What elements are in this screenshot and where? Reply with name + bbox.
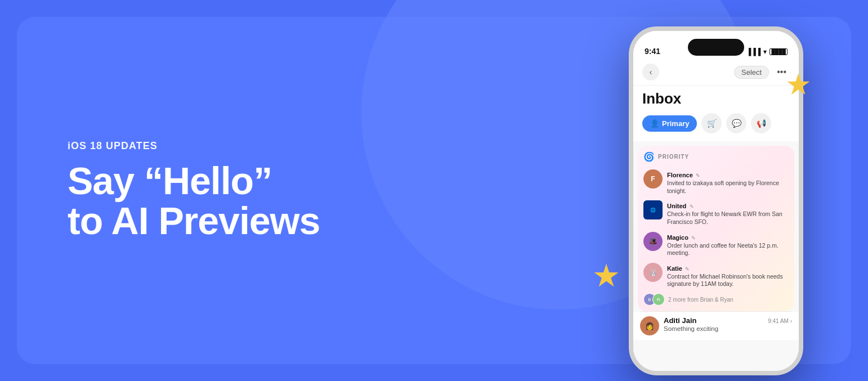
status-time: 9:41 <box>645 47 660 56</box>
email-row-content-aditi: Aditi Jain 9:41 AM › Something exciting <box>664 316 792 332</box>
left-section: iOS 18 UPDATES Say “Hello” to AI Preview… <box>0 140 598 241</box>
priority-sparkle-icon: 🌀 <box>643 151 655 162</box>
avatar-katie: 🐰 <box>643 263 663 282</box>
email-content-magico: Magico ✎ Order lunch and coffee for Neet… <box>667 232 789 257</box>
preview-aditi: Something exciting <box>664 325 792 332</box>
ai-preview-icon-3: ✎ <box>691 235 696 241</box>
email-item-florence[interactable]: F Florence ✎ Invited to izakaya soft ope… <box>643 167 789 198</box>
wifi-icon: ▾ <box>763 48 767 56</box>
megaphone-icon: 📢 <box>757 119 766 128</box>
sender-magico: Magico <box>667 234 688 241</box>
sender-florence: Florence <box>667 172 693 178</box>
preview-united: Check-in for flight to Newark EWR from S… <box>667 210 789 226</box>
dynamic-island <box>688 39 744 56</box>
sender-aditi: Aditi Jain <box>664 316 697 325</box>
email-list: 🌀 PRIORITY F Florence ✎ Invited to izaka… <box>633 141 799 371</box>
chat-icon: 💬 <box>732 119 741 128</box>
more-avatar-2: R <box>652 293 665 306</box>
preview-magico: Order lunch and coffee for Neeta's 12 p.… <box>667 242 789 257</box>
tab-row: 👤 Primary 🛒 💬 📢 <box>642 113 790 136</box>
cart-icon: 🛒 <box>707 119 717 128</box>
sender-united: United <box>667 203 686 209</box>
headline-line1: Say “Hello” <box>68 159 272 202</box>
avatar-florence: F <box>643 169 663 189</box>
email-row-aditi[interactable]: 👩 Aditi Jain 9:41 AM › Something excitin… <box>633 312 799 340</box>
back-button[interactable]: ‹ <box>642 64 659 80</box>
email-item-magico[interactable]: 🎩 Magico ✎ Order lunch and coffee for Ne… <box>643 229 789 260</box>
email-content-katie: Katie ✎ Contract for Michael Robinson's … <box>667 263 789 288</box>
email-content-florence: Florence ✎ Invited to izakaya soft openi… <box>667 169 789 195</box>
phone-frame: 9:41 ▐▐▐ ▾ ████ ‹ Select ••• <box>629 26 803 375</box>
inbox-header: Inbox 👤 Primary 🛒 💬 📢 <box>633 86 799 141</box>
preview-florence: Invited to izakaya soft opening by Flore… <box>667 180 789 195</box>
tab-chat[interactable]: 💬 <box>726 113 746 133</box>
phone-content: 9:41 ▐▐▐ ▾ ████ ‹ Select ••• <box>633 31 799 371</box>
nav-bar: ‹ Select ••• <box>633 60 799 86</box>
ai-preview-icon-4: ✎ <box>685 266 690 272</box>
phone-section: ★ ★ 9:41 ▐▐▐ ▾ ████ ‹ <box>598 0 834 381</box>
priority-label: PRIORITY <box>658 154 689 160</box>
nav-right: Select ••• <box>734 66 790 79</box>
priority-card: 🌀 PRIORITY F Florence ✎ Invited to izaka… <box>638 146 794 311</box>
email-row-top-aditi: Aditi Jain 9:41 AM › <box>664 316 792 325</box>
ai-preview-icon-2: ✎ <box>690 204 694 209</box>
inbox-title: Inbox <box>642 90 790 107</box>
more-avatars: B R <box>643 293 665 306</box>
preview-katie: Contract for Michael Robinson's book nee… <box>667 273 789 288</box>
signal-icon: ▐▐▐ <box>746 48 761 56</box>
tab-shopping[interactable]: 🛒 <box>701 113 722 133</box>
ai-preview-icon-1: ✎ <box>696 173 700 178</box>
priority-header: 🌀 PRIORITY <box>643 151 789 162</box>
person-icon: 👤 <box>650 119 659 128</box>
email-item-united[interactable]: 🌐 United ✎ Check-in for flight to Newark… <box>643 198 789 228</box>
email-content-united: United ✎ Check-in for flight to Newark E… <box>667 200 789 226</box>
time-aditi: 9:41 AM › <box>768 318 792 324</box>
avatar-magico: 🎩 <box>643 232 663 251</box>
email-item-katie[interactable]: 🐰 Katie ✎ Contract for Michael Robinson'… <box>643 260 789 291</box>
select-button[interactable]: Select <box>734 66 769 79</box>
star-mid-left: ★ <box>592 257 620 294</box>
tab-primary[interactable]: 👤 Primary <box>642 115 697 132</box>
more-text: 2 more from Brian & Ryan <box>668 297 733 303</box>
ios-label: iOS 18 UPDATES <box>68 140 598 152</box>
avatar-aditi: 👩 <box>640 316 659 335</box>
tab-promo[interactable]: 📢 <box>751 113 771 133</box>
avatar-united: 🌐 <box>643 200 663 219</box>
star-top-right: ★ <box>785 68 812 101</box>
battery-icon: ████ <box>769 48 788 55</box>
status-icons: ▐▐▐ ▾ ████ <box>746 48 788 56</box>
headline: Say “Hello” to AI Previews <box>68 161 598 241</box>
sender-katie: Katie <box>667 265 682 272</box>
background: iOS 18 UPDATES Say “Hello” to AI Preview… <box>0 0 868 381</box>
tab-primary-label: Primary <box>662 119 689 128</box>
headline-line2: to AI Previews <box>68 199 320 242</box>
more-row[interactable]: B R 2 more from Brian & Ryan <box>643 293 789 306</box>
